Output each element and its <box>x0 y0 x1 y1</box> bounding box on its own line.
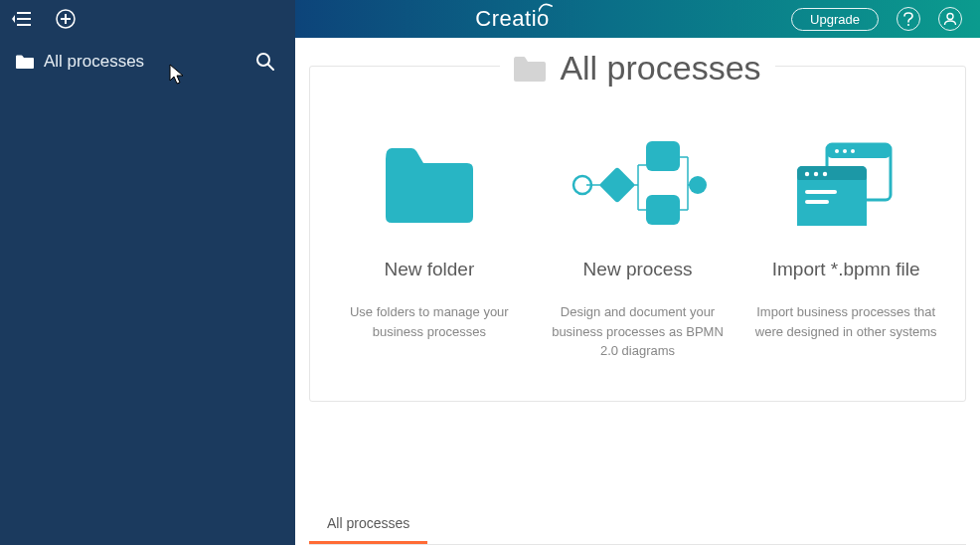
svg-point-8 <box>907 24 909 26</box>
menu-collapse-button[interactable] <box>12 11 32 27</box>
svg-rect-0 <box>17 12 31 14</box>
tabs: All processes <box>309 505 966 545</box>
svg-point-25 <box>689 176 707 194</box>
card-import-bpmn[interactable]: Import *.bpmn file Import business proce… <box>746 135 945 361</box>
plus-circle-icon <box>56 9 76 29</box>
svg-point-28 <box>835 149 839 153</box>
main: Creatio Upgrade <box>295 0 980 545</box>
header: Creatio Upgrade <box>295 0 980 38</box>
tab-all-processes[interactable]: All processes <box>309 505 427 544</box>
svg-rect-24 <box>646 195 680 225</box>
panel: All processes New folder Use folders to … <box>309 66 966 402</box>
card-title: New process <box>583 259 693 280</box>
folder-icon <box>514 56 546 82</box>
svg-rect-1 <box>17 18 31 20</box>
menu-collapse-icon <box>12 11 32 27</box>
upgrade-button[interactable]: Upgrade <box>791 8 879 31</box>
new-folder-icon <box>382 135 477 235</box>
card-desc: Import business processes that were desi… <box>754 302 937 341</box>
sidebar: All processes <box>0 0 295 545</box>
add-button[interactable] <box>56 9 76 29</box>
svg-point-30 <box>851 149 855 153</box>
svg-rect-22 <box>598 167 635 204</box>
svg-rect-23 <box>646 141 680 171</box>
sidebar-item-all-processes[interactable]: All processes <box>0 38 295 86</box>
cards: New folder Use folders to manage your bu… <box>330 135 945 361</box>
card-title: New folder <box>384 259 474 280</box>
svg-line-7 <box>268 65 273 70</box>
svg-point-6 <box>257 54 269 66</box>
svg-point-29 <box>843 149 847 153</box>
content: All processes New folder Use folders to … <box>295 38 980 545</box>
svg-rect-39 <box>805 190 837 194</box>
brand-accent-icon <box>539 3 553 13</box>
svg-point-37 <box>814 172 818 176</box>
profile-button[interactable] <box>938 7 962 31</box>
panel-title: All processes <box>560 49 760 88</box>
svg-point-38 <box>823 172 827 176</box>
import-bpmn-icon <box>791 135 900 235</box>
svg-point-9 <box>947 14 953 20</box>
folder-icon <box>16 55 34 69</box>
search-icon[interactable] <box>255 52 275 72</box>
user-icon <box>943 12 957 26</box>
svg-rect-5 <box>61 18 71 20</box>
header-right: Upgrade <box>791 7 962 31</box>
new-process-icon <box>569 135 708 235</box>
sidebar-top <box>0 0 295 38</box>
card-new-process[interactable]: New process Design and document your bus… <box>539 135 737 361</box>
help-icon <box>903 12 913 26</box>
card-desc: Use folders to manage your business proc… <box>338 302 521 341</box>
card-desc: Design and document your business proces… <box>547 302 730 361</box>
sidebar-item-label: All processes <box>44 52 245 72</box>
svg-point-36 <box>805 172 809 176</box>
svg-rect-2 <box>17 24 31 26</box>
card-new-folder[interactable]: New folder Use folders to manage your bu… <box>330 135 529 361</box>
help-button[interactable] <box>897 7 920 31</box>
svg-rect-40 <box>805 200 829 204</box>
brand-logo[interactable]: Creatio <box>475 6 549 32</box>
card-title: Import *.bpmn file <box>772 259 920 280</box>
